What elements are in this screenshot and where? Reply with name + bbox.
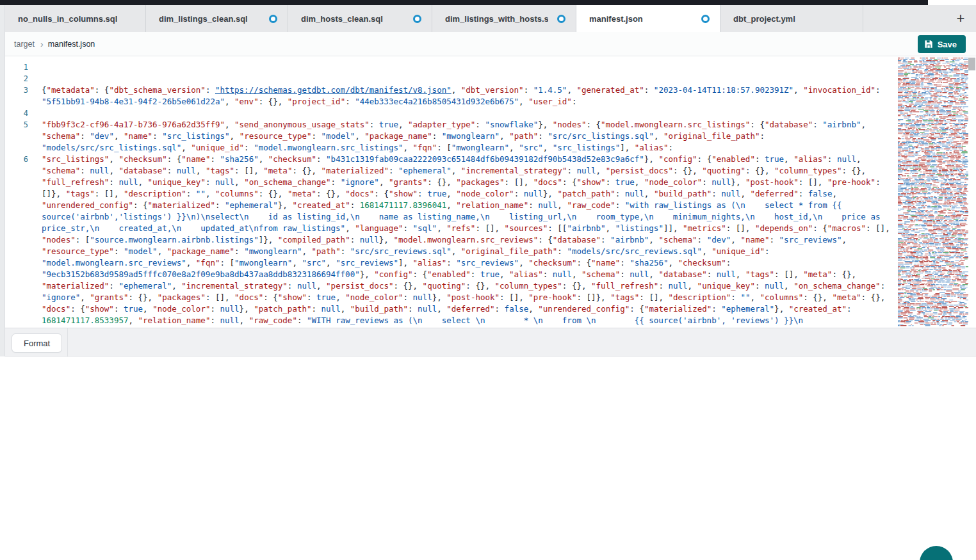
scrollbar-thumb[interactable] [968, 58, 975, 70]
results-panel [5, 356, 976, 560]
tab-dim-listings-clean-sql[interactable]: dim_listings_clean.sql [146, 5, 288, 32]
help-chat-button[interactable] [920, 546, 953, 560]
code-text[interactable]: "fbb9f3c2-cf96-4a17-b736-976a62d35ff9", … [42, 119, 891, 154]
tab-label: no_nulls_in_columns.sql [18, 14, 117, 24]
unsaved-changes-indicator-icon[interactable] [557, 15, 565, 23]
browser-top-strip [0, 0, 928, 5]
ide-main: no_nulls_in_columns.sqldim_listings_clea… [5, 5, 976, 560]
breadcrumb-bar: target › manifest.json Save [5, 32, 976, 56]
editor-scrollbar[interactable] [968, 56, 976, 328]
code-line[interactable]: 6"src_listings", "checksum": {"name": "s… [5, 154, 891, 328]
unsaved-changes-indicator-icon[interactable] [413, 15, 421, 23]
code-text[interactable]: "src_listings", "checksum": {"name": "sh… [42, 154, 891, 328]
code-line[interactable]: 4 [5, 108, 891, 119]
floppy-disk-icon [924, 40, 933, 49]
line-number: 1 [5, 61, 42, 73]
format-button[interactable]: Format [12, 333, 62, 353]
unsaved-changes-indicator-icon[interactable] [269, 15, 277, 23]
tabs-container: no_nulls_in_columns.sqldim_listings_clea… [5, 5, 863, 32]
code-text[interactable] [42, 61, 891, 73]
tab-label: dim_hosts_clean.sql [301, 14, 383, 24]
breadcrumb-item-target: target [14, 40, 35, 49]
save-button[interactable]: Save [918, 35, 966, 53]
code-text[interactable] [42, 73, 891, 84]
tab-label: dbt_project.yml [733, 14, 795, 24]
code-lines: 1 2 3{"metadata": {"dbt_schema_version":… [5, 61, 891, 328]
code-editor[interactable]: 1 2 3{"metadata": {"dbt_schema_version":… [5, 56, 976, 328]
left-rail [0, 5, 5, 356]
code-line[interactable]: 3{"metadata": {"dbt_schema_version": "ht… [5, 84, 891, 108]
tab-dbt-project-yml[interactable]: dbt_project.yml [720, 5, 863, 32]
code-text[interactable]: {"metadata": {"dbt_schema_version": "htt… [42, 84, 891, 108]
tab-label: dim_listings_clean.sql [159, 14, 248, 24]
line-number: 3 [5, 84, 42, 96]
tab-label: dim_listings_with_hosts.sql [445, 14, 548, 24]
tab-label: manifest.json [589, 14, 643, 24]
chevron-right-icon: › [40, 39, 44, 49]
code-text[interactable] [42, 108, 891, 119]
footer-divider [67, 328, 68, 356]
new-tab-button[interactable]: + [949, 5, 972, 32]
line-number: 2 [5, 73, 42, 84]
tab-bar: no_nulls_in_columns.sqldim_listings_clea… [5, 5, 976, 32]
tab-dim-listings-with-hosts-sql[interactable]: dim_listings_with_hosts.sql [432, 5, 576, 32]
line-number: 5 [5, 119, 42, 131]
breadcrumb-item-file: manifest.json [48, 40, 95, 49]
save-button-label: Save [938, 40, 957, 49]
tab-manifest-json[interactable]: manifest.json [576, 5, 720, 32]
unsaved-changes-indicator-icon[interactable] [701, 15, 710, 23]
code-line[interactable]: 5"fbb9f3c2-cf96-4a17-b736-976a62d35ff9",… [5, 119, 891, 154]
code-line[interactable]: 1 [5, 61, 891, 73]
editor-footer-bar: Format [5, 328, 976, 356]
code-line[interactable]: 2 [5, 73, 891, 84]
tab-dim-hosts-clean-sql[interactable]: dim_hosts_clean.sql [288, 5, 432, 32]
minimap[interactable] [897, 56, 968, 328]
line-number: 6 [5, 154, 42, 165]
tab-no-nulls-in-columns-sql[interactable]: no_nulls_in_columns.sql [5, 5, 146, 32]
line-number: 4 [5, 108, 42, 119]
